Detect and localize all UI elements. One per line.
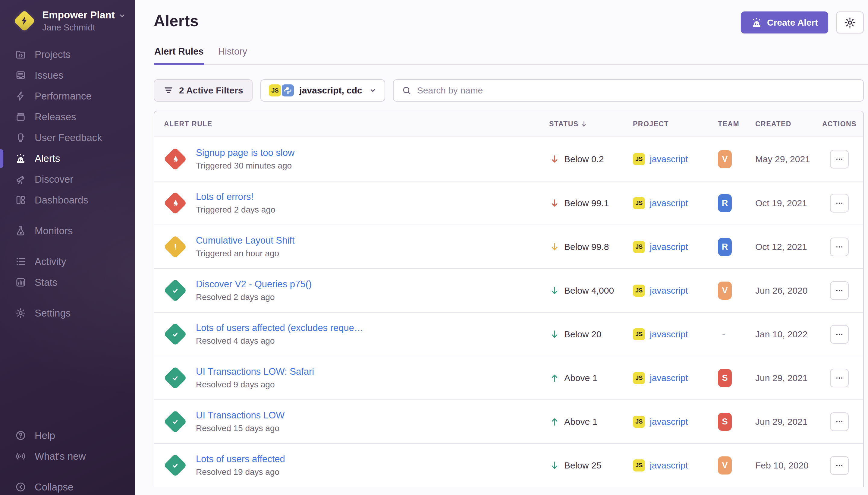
sidebar-item-help[interactable]: Help — [0, 425, 135, 446]
column-header-created: CREATED — [755, 120, 822, 128]
actions-cell — [822, 456, 863, 475]
search-input[interactable] — [417, 80, 855, 101]
status-cell: Above 1 — [549, 416, 633, 427]
project-cell: JSjavascript — [633, 153, 718, 165]
check-icon — [170, 417, 180, 427]
sidebar-item-dashboards[interactable]: Dashboards — [0, 190, 135, 210]
team-avatar[interactable]: S — [718, 413, 732, 431]
row-actions-button[interactable] — [830, 281, 849, 300]
alert-rule-link[interactable]: Lots of users affected (excludes reque… — [196, 323, 540, 334]
team-avatar[interactable]: V — [718, 150, 732, 168]
active-filters-button[interactable]: 2 Active Filters — [154, 79, 253, 102]
create-alert-button[interactable]: Create Alert — [741, 12, 828, 33]
check-icon — [170, 373, 180, 383]
alert-rule-link[interactable]: Cumulative Layout Shift — [196, 235, 540, 246]
alert-rule-row: Discover V2 - Queries p75()Resolved 2 da… — [154, 268, 863, 312]
sidebar-item-label: Stats — [35, 277, 57, 288]
project-link[interactable]: javascript — [650, 198, 688, 208]
status-cell: Above 1 — [549, 373, 633, 383]
team-avatar[interactable]: R — [718, 194, 732, 212]
row-actions-button[interactable] — [830, 456, 849, 475]
page-header: Alerts Create Alert — [154, 0, 864, 33]
project-link[interactable]: javascript — [650, 416, 688, 427]
chevron-down-icon — [119, 12, 126, 19]
filter-icon — [163, 85, 174, 96]
project-link[interactable]: javascript — [650, 460, 688, 471]
monitors-icon — [15, 225, 26, 236]
project-link[interactable]: javascript — [650, 154, 688, 164]
row-actions-button[interactable] — [830, 238, 849, 256]
sidebar-item-issues[interactable]: Issues — [0, 65, 135, 86]
javascript-platform-icon: JS — [633, 153, 645, 165]
javascript-platform-icon: JS — [633, 372, 645, 384]
alert-rule-link[interactable]: Signup page is too slow — [196, 148, 540, 158]
project-link[interactable]: javascript — [650, 329, 688, 339]
row-actions-button[interactable] — [830, 412, 849, 431]
alert-rule-cell: UI Transactions LOWResolved 15 days ago — [196, 410, 549, 433]
severity-cell — [154, 195, 196, 211]
project-filter-dropdown[interactable]: JS javascript, cdc — [260, 79, 385, 102]
sidebar-item-discover[interactable]: Discover — [0, 169, 135, 190]
alert-rule-link[interactable]: Discover V2 - Queries p75() — [196, 279, 540, 290]
project-link[interactable]: javascript — [650, 242, 688, 252]
sidebar-collapse-button[interactable]: Collapse — [0, 477, 135, 495]
row-actions-button[interactable] — [830, 194, 849, 212]
status-value: Below 20 — [564, 329, 601, 339]
alert-rules-table: ALERT RULESTATUSPROJECTTEAMCREATEDACTION… — [154, 110, 864, 487]
ellipsis-icon — [835, 242, 844, 252]
alert-rule-row: Lots of users affected (excludes reque…R… — [154, 312, 863, 356]
team-avatar[interactable]: V — [718, 456, 732, 475]
org-switcher[interactable]: Empower Plant Jane Schmidt — [0, 0, 135, 31]
alert-rule-subtitle: Resolved 15 days ago — [196, 424, 540, 433]
sidebar-item-releases[interactable]: Releases — [0, 106, 135, 127]
sidebar-item-user-feedback[interactable]: User Feedback — [0, 127, 135, 148]
project-link[interactable]: javascript — [650, 373, 688, 383]
alert-rule-cell: Lots of users affected (excludes reque…R… — [196, 323, 549, 346]
lightning-bolt-icon — [19, 16, 30, 26]
resolved-diamond-badge — [163, 279, 187, 302]
project-link[interactable]: javascript — [650, 286, 688, 296]
alert-settings-button[interactable] — [836, 12, 864, 33]
alert-rule-subtitle: Resolved 9 days ago — [196, 380, 540, 390]
sidebar-item-settings[interactable]: Settings — [0, 303, 135, 323]
team-avatar[interactable]: S — [718, 369, 732, 387]
column-header-label: STATUS — [549, 120, 579, 128]
collapse-circle-icon — [15, 481, 26, 493]
severity-cell — [154, 457, 196, 474]
alert-rule-subtitle: Triggered 2 days ago — [196, 205, 540, 215]
sidebar-item-stats[interactable]: Stats — [0, 272, 135, 293]
row-actions-button[interactable] — [830, 325, 849, 344]
team-avatar[interactable]: V — [718, 281, 732, 300]
actions-cell — [822, 281, 863, 300]
sidebar-nav-group: Settings — [0, 303, 135, 323]
sidebar-item-alerts[interactable]: Alerts — [0, 148, 135, 169]
sidebar-item-projects[interactable]: Projects — [0, 44, 135, 65]
column-header-status[interactable]: STATUS — [549, 120, 633, 128]
ellipsis-icon — [835, 286, 844, 295]
tab-history[interactable]: History — [218, 42, 248, 64]
column-header-actions: ACTIONS — [822, 120, 863, 128]
tabs: Alert RulesHistory — [154, 42, 868, 65]
alert-rule-row: UI Transactions LOWResolved 15 days agoA… — [154, 399, 863, 443]
sidebar-item-performance[interactable]: Performance — [0, 86, 135, 106]
filter-toolbar: 2 Active Filters JS javascript, cdc — [154, 79, 864, 102]
alert-rule-link[interactable]: UI Transactions LOW — [196, 410, 540, 421]
sidebar-item-monitors[interactable]: Monitors — [0, 220, 135, 241]
column-header-label: ALERT RULE — [164, 120, 212, 128]
row-actions-button[interactable] — [830, 369, 849, 387]
tab-alert-rules[interactable]: Alert Rules — [154, 42, 204, 64]
row-actions-button[interactable] — [830, 150, 849, 169]
tab-label: History — [218, 46, 247, 57]
table-body: Signup page is too slowTriggered 30 minu… — [154, 137, 863, 487]
alert-rule-link[interactable]: UI Transactions LOW: Safari — [196, 366, 540, 377]
sidebar-item-what-s-new[interactable]: What's new — [0, 446, 135, 467]
team-cell: S — [718, 369, 755, 387]
exclamation-icon — [170, 242, 180, 252]
alert-rule-link[interactable]: Lots of users affected — [196, 454, 540, 464]
alert-rule-link[interactable]: Lots of errors! — [196, 191, 540, 202]
sidebar-item-activity[interactable]: Activity — [0, 251, 135, 272]
team-avatar[interactable]: R — [718, 238, 732, 256]
check-icon — [170, 286, 180, 295]
project-filter-label: javascript, cdc — [299, 85, 362, 96]
created-cell: May 29, 2021 — [755, 154, 822, 164]
